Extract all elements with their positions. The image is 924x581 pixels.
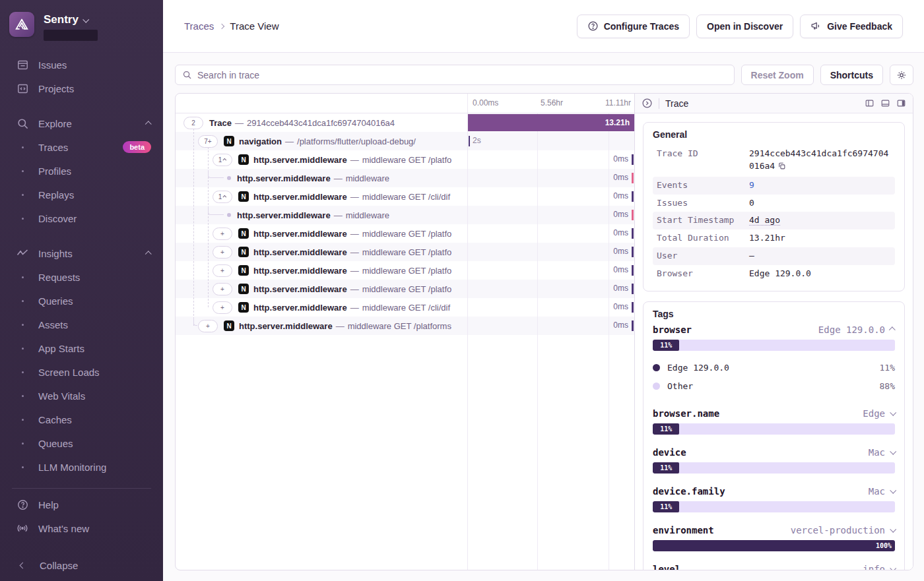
- sidebar-item-issues[interactable]: Issues: [0, 53, 163, 76]
- trace-settings-button[interactable]: [890, 65, 913, 85]
- waterfall-empty-area: [176, 335, 634, 570]
- search-input[interactable]: [197, 70, 727, 80]
- layout-right-icon[interactable]: [896, 98, 906, 108]
- sidebar-nav: Issues Projects Explore Traces beta Prof…: [0, 53, 163, 543]
- sidebar-item-app-starts[interactable]: App Starts: [0, 336, 163, 360]
- span-children-badge[interactable]: +: [213, 246, 232, 259]
- general-card: General Trace ID 2914cceb443c41dca1fc697…: [643, 122, 905, 291]
- breadcrumb-traces-link[interactable]: Traces: [184, 20, 214, 32]
- sidebar-item-queues[interactable]: Queues: [0, 431, 163, 455]
- tag-distribution-bar[interactable]: 100%: [653, 540, 895, 551]
- tag-header[interactable]: browser.name Edge: [653, 408, 895, 419]
- tag-distribution-bar[interactable]: 11%: [653, 501, 895, 512]
- span-row-label: 2Trace—2914cceb443c41dca1fc6974704016a4: [176, 113, 467, 132]
- sidebar-item-replays[interactable]: Replays: [0, 183, 163, 206]
- table-row[interactable]: +Nhttp.server.middleware—middleware GET …: [176, 298, 634, 317]
- open-in-discover-button[interactable]: Open in Discover: [696, 15, 793, 38]
- org-switcher[interactable]: Sentry: [0, 9, 163, 41]
- span-children-badge[interactable]: +: [213, 228, 232, 240]
- tag-header[interactable]: device.family Mac: [653, 486, 895, 497]
- span-op: http.server.middleware: [253, 229, 347, 239]
- kv-value[interactable]: 4d ago: [749, 214, 891, 227]
- nextjs-icon: N: [238, 265, 249, 276]
- expand-circle-icon[interactable]: [642, 98, 653, 109]
- layout-bottom-icon[interactable]: [880, 98, 890, 108]
- table-row[interactable]: 2Trace—2914cceb443c41dca1fc6974704016a41…: [176, 113, 634, 132]
- sidebar-item-help[interactable]: Help: [0, 493, 163, 516]
- span-duration-label: 0ms: [613, 154, 628, 164]
- sidebar-item-profiles[interactable]: Profiles: [0, 159, 163, 183]
- tag-name: browser: [653, 324, 692, 335]
- tag-top-value: Mac: [869, 486, 895, 497]
- span-children-badge[interactable]: 2: [183, 117, 203, 129]
- tag-distribution-bar[interactable]: 11%: [653, 423, 895, 435]
- legend-item[interactable]: Other 88%: [653, 377, 895, 396]
- sidebar-item-what-s-new[interactable]: What's new: [0, 516, 163, 540]
- layout-left-icon[interactable]: [865, 98, 874, 108]
- kv-label: Trace ID: [657, 148, 749, 174]
- sidebar-item-traces[interactable]: Traces beta: [0, 135, 163, 159]
- trace-duration-bar[interactable]: 13.21h: [468, 114, 634, 131]
- span-duration-label: 0ms: [613, 210, 628, 219]
- sidebar-item-caches[interactable]: Caches: [0, 408, 163, 431]
- sidebar-item-projects[interactable]: Projects: [0, 76, 163, 100]
- span-children-badge[interactable]: +: [213, 301, 232, 314]
- span-children-badge[interactable]: +: [213, 283, 232, 295]
- sidebar-item-assets[interactable]: Assets: [0, 313, 163, 336]
- sidebar-item-requests[interactable]: Requests: [0, 265, 163, 289]
- sidebar-item-label: Screen Loads: [38, 367, 100, 378]
- legend-item[interactable]: Edge 129.0.0 11%: [653, 359, 895, 377]
- sidebar-collapse-button[interactable]: Collapse: [0, 549, 163, 581]
- nextjs-icon: N: [238, 302, 249, 313]
- table-row[interactable]: 1Nhttp.server.middleware—middleware GET …: [176, 187, 634, 206]
- table-row[interactable]: 1Nhttp.server.middleware—middleware GET …: [176, 150, 634, 169]
- span-children-badge[interactable]: 7+: [198, 135, 218, 148]
- tag-header[interactable]: device Mac: [653, 447, 895, 458]
- sidebar-section-explore[interactable]: Explore: [0, 111, 163, 135]
- tag-name: environment: [653, 525, 714, 535]
- sidebar-item-screen-loads[interactable]: Screen Loads: [0, 360, 163, 384]
- sidebar-section-insights[interactable]: Insights: [0, 241, 163, 265]
- table-row[interactable]: +Nhttp.server.middleware—middleware GET …: [176, 224, 634, 243]
- span-children-badge[interactable]: 1: [213, 154, 232, 166]
- table-row[interactable]: +Nhttp.server.middleware—middleware GET …: [176, 243, 634, 261]
- span-children-badge[interactable]: +: [213, 264, 232, 277]
- sidebar-item-label: Traces: [38, 142, 68, 153]
- trace-search[interactable]: [175, 65, 735, 85]
- chevron-left-icon: [16, 563, 29, 568]
- breadcrumb: Traces Trace View: [184, 20, 279, 32]
- configure-traces-button[interactable]: Configure Traces: [577, 15, 690, 38]
- tag-distribution-bar[interactable]: 11%: [653, 340, 895, 351]
- tag-header[interactable]: browser Edge 129.0.0: [653, 324, 895, 335]
- table-row[interactable]: 7+Nnavigation—/platforms/flutter/upload-…: [176, 132, 634, 150]
- span-children-badge[interactable]: 1: [213, 191, 232, 203]
- table-row[interactable]: +Nhttp.server.middleware—middleware GET …: [176, 317, 634, 335]
- span-duration-label: 0ms: [613, 247, 628, 256]
- span-description: /platforms/flutter/upload-debug/: [297, 137, 416, 146]
- search-icon: [182, 70, 192, 80]
- tag-device: device Mac 11%: [653, 447, 895, 474]
- sidebar-item-llm-monitoring[interactable]: LLM Monitoring: [0, 455, 163, 479]
- reset-zoom-button[interactable]: Reset Zoom: [741, 65, 814, 85]
- copy-icon[interactable]: [777, 162, 786, 174]
- kv-value[interactable]: 9: [749, 179, 891, 192]
- sidebar-item-label: Web Vitals: [38, 390, 85, 402]
- span-description: middleware GET /platfo: [362, 155, 452, 165]
- span-duration-label: 0ms: [613, 321, 628, 330]
- table-row[interactable]: http.server.middleware—middleware0ms: [176, 206, 634, 224]
- sidebar-item-web-vitals[interactable]: Web Vitals: [0, 384, 163, 408]
- tag-distribution-bar[interactable]: 11%: [653, 462, 895, 474]
- table-row[interactable]: +Nhttp.server.middleware—middleware GET …: [176, 261, 634, 280]
- span-separator: —: [350, 192, 359, 202]
- shortcuts-button[interactable]: Shortcuts: [820, 65, 883, 85]
- span-children-badge[interactable]: +: [198, 320, 218, 332]
- tag-header[interactable]: environment vercel-production: [653, 525, 895, 535]
- sidebar-item-queries[interactable]: Queries: [0, 289, 163, 313]
- give-feedback-button[interactable]: Give Feedback: [800, 15, 903, 38]
- table-row[interactable]: http.server.middleware—middleware0ms: [176, 169, 634, 187]
- tag-top-value: info: [863, 564, 895, 570]
- table-row[interactable]: +Nhttp.server.middleware—middleware GET …: [176, 280, 634, 298]
- span-tick: [632, 247, 634, 257]
- tag-header[interactable]: level info: [653, 564, 895, 570]
- sidebar-item-discover[interactable]: Discover: [0, 206, 163, 230]
